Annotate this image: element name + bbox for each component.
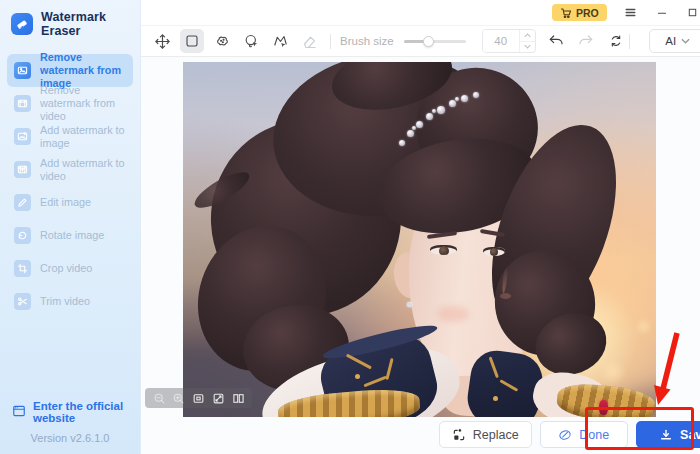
move-tool[interactable] (151, 30, 173, 52)
rotate-image-icon (14, 227, 31, 244)
lasso-tool[interactable] (240, 30, 262, 52)
brush-size-label: Brush size (340, 35, 394, 47)
brush-size-input-box (482, 29, 536, 53)
canvas-image[interactable] (183, 62, 656, 417)
undo-button[interactable] (546, 31, 566, 51)
sidebar: Watermark Eraser Remove watermark from i… (0, 0, 141, 454)
download-icon (659, 428, 673, 442)
zoom-out-icon[interactable] (152, 391, 166, 405)
before-after-compare-icon (608, 33, 624, 49)
polygon-lasso-tool[interactable] (269, 30, 291, 52)
save-button-label: Save (680, 428, 700, 442)
sidebar-item-crop-video[interactable]: Crop video (7, 252, 133, 285)
redo-icon (578, 33, 594, 49)
chevron-down-icon (681, 38, 690, 44)
cart-icon (560, 7, 572, 19)
stepper-down-icon[interactable] (520, 42, 535, 53)
move-icon (154, 33, 171, 50)
pro-badge-label: PRO (576, 7, 599, 19)
sidebar-item-label: Trim video (40, 295, 90, 308)
brush-size-stepper (519, 30, 535, 52)
sidebar-item-trim-video[interactable]: Trim video (7, 285, 133, 318)
compare-button[interactable] (606, 31, 626, 51)
minimize-icon[interactable] (655, 6, 669, 20)
app-brand: Watermark Eraser (0, 0, 140, 44)
rect-select-icon (184, 33, 200, 49)
sidebar-item-label: Crop video (40, 262, 92, 275)
rect-select-tool[interactable] (180, 29, 204, 53)
sidebar-item-add-watermark-video[interactable]: Add watermark to video (7, 153, 133, 186)
actual-size-icon[interactable] (192, 391, 206, 405)
stepper-up-icon[interactable] (520, 30, 535, 42)
add-watermark-video-icon (14, 161, 31, 178)
sidebar-item-label: Remove watermark from video (40, 84, 126, 122)
done-button-label: Done (579, 428, 609, 442)
portrait-art (183, 62, 656, 417)
toolbar-divider (330, 34, 331, 49)
sidebar-item-label: Rotate image (40, 229, 104, 242)
app-window: Watermark Eraser Remove watermark from i… (0, 0, 700, 454)
version-label: Version v2.6.1.0 (0, 432, 140, 444)
brush-blob-icon (214, 33, 231, 50)
sidebar-footer: Enter the official website Version v2.6.… (0, 400, 140, 444)
zoom-in-icon[interactable] (172, 391, 186, 405)
action-button-row: Replace Done Save (439, 421, 700, 448)
remove-watermark-image-icon (14, 62, 31, 79)
add-watermark-image-icon (14, 128, 31, 145)
edit-toolbar: Brush size (141, 26, 700, 57)
fit-expand-icon[interactable] (211, 391, 225, 405)
sidebar-item-edit-image[interactable]: Edit image (7, 186, 133, 219)
remove-watermark-video-icon (14, 95, 31, 112)
sidebar-item-label: Add watermark to image (40, 124, 126, 149)
official-website-link[interactable]: Enter the official website (0, 400, 140, 424)
lasso-icon (243, 33, 260, 50)
sidebar-nav: Remove watermark from image Remove water… (0, 54, 140, 318)
ai-mode-dropdown[interactable]: AI (649, 29, 700, 53)
sidebar-item-remove-watermark-video[interactable]: Remove watermark from video (7, 87, 133, 120)
maximize-icon[interactable] (686, 6, 700, 20)
toolbar-right-group: AI (536, 29, 700, 53)
brush-size-input[interactable] (483, 30, 519, 52)
official-website-label: Enter the official website (33, 400, 140, 424)
titlebar: PRO (141, 0, 700, 26)
brush-size-slider[interactable] (404, 35, 466, 47)
eraser-tool[interactable] (298, 30, 320, 52)
pro-badge[interactable]: PRO (552, 4, 607, 21)
split-compare-icon[interactable] (231, 391, 245, 405)
replace-icon (452, 428, 466, 442)
eraser-logo-icon (11, 13, 33, 35)
canvas-zoom-toolbar (145, 388, 252, 408)
polygon-lasso-icon (272, 33, 289, 50)
sidebar-item-label: Edit image (40, 196, 91, 209)
sidebar-item-add-watermark-image[interactable]: Add watermark to image (7, 120, 133, 153)
replace-button[interactable]: Replace (439, 421, 532, 448)
done-button[interactable]: Done (540, 421, 628, 448)
menu-icon[interactable] (624, 6, 638, 20)
trim-video-icon (14, 293, 31, 310)
pen-done-icon (558, 428, 572, 442)
sidebar-item-label: Add watermark to video (40, 157, 126, 182)
edit-image-icon (14, 194, 31, 211)
brush-select-tool[interactable] (211, 30, 233, 52)
ai-dropdown-label: AI (665, 35, 676, 47)
toolbar-divider (629, 34, 630, 49)
workspace: Replace Done Save (141, 57, 700, 454)
slider-handle[interactable] (423, 36, 434, 47)
app-title: Watermark Eraser (41, 10, 130, 38)
undo-icon (548, 33, 564, 49)
crop-video-icon (14, 260, 31, 277)
eraser-icon (301, 33, 318, 50)
replace-button-label: Replace (473, 428, 519, 442)
sidebar-item-remove-watermark-image[interactable]: Remove watermark from image (7, 54, 133, 87)
main-area: PRO (141, 0, 700, 454)
sidebar-item-rotate-image[interactable]: Rotate image (7, 219, 133, 252)
browser-window-icon (12, 404, 26, 420)
redo-button[interactable] (576, 31, 596, 51)
save-button[interactable]: Save (636, 421, 700, 448)
